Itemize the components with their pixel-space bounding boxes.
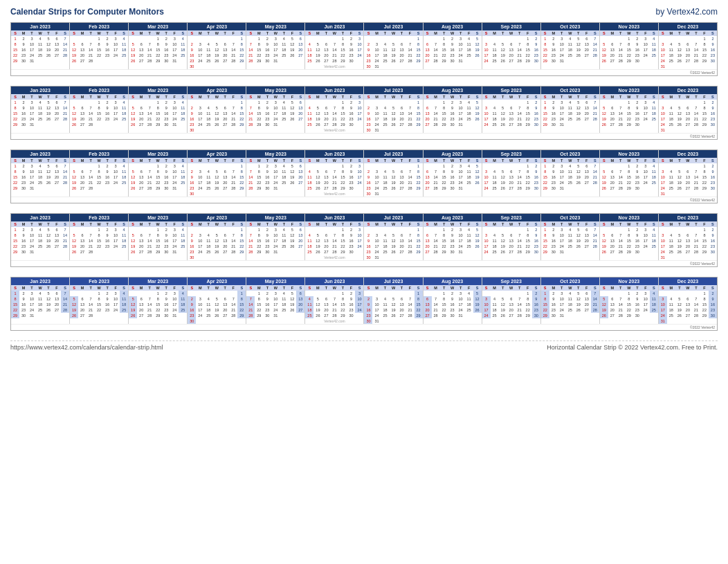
day-empty [667,36,675,42]
month-header: Aug 2023 [424,87,482,94]
day-cell: 10 [355,296,363,302]
day-cell: 23 [347,180,355,185]
day-cell: 22 [524,53,532,58]
day-cell: 25 [667,58,675,64]
day-cell: 17 [271,238,280,244]
dow-cell: T [457,158,465,163]
day-empty [608,227,617,233]
month-header: May 2023 [246,150,304,158]
month-header: Apr 2023 [188,278,246,285]
day-cell: 27 [221,122,229,127]
day-cell: 6 [684,233,692,238]
day-empty [313,227,322,233]
day-cell: 25 [204,122,212,127]
day-cell: 17 [372,116,381,122]
dow-cell: T [322,285,330,291]
page-footer: https://www.vertex42.com/calendars/calen… [10,344,718,351]
dow-cell: F [465,94,473,100]
day-cell: 12 [675,47,684,53]
day-cell: 15 [700,174,709,180]
day-cell: 14 [406,238,415,244]
day-empty [516,227,524,233]
day-empty [499,227,507,233]
day-cell: 27 [583,53,591,58]
dow-cell: T [692,285,700,291]
day-cell: 11 [204,174,212,180]
day-cell: 22 [541,180,549,185]
day-cell: 4 [465,100,473,105]
day-cell: 2 [709,163,717,169]
day-empty [491,227,499,233]
day-cell: 9 [448,105,457,111]
day-cell: 2 [532,36,540,42]
dow-cell: T [617,158,625,163]
day-cell: 14 [87,47,95,53]
day-cell: 20 [398,53,406,58]
dow-cell: T [44,221,53,227]
day-empty [145,163,154,169]
day-cell: 31 [372,318,381,324]
dow-cell: S [237,221,246,227]
dow-cell: F [583,285,591,291]
day-cell: 8 [255,42,263,47]
day-cell: 24 [111,116,120,122]
day-cell: 19 [70,53,78,58]
day-cell: 13 [221,302,229,307]
day-empty [372,100,381,105]
day-cell: 25 [179,180,187,185]
day-cell: 18 [204,53,212,58]
dow-cell: S [541,158,549,163]
day-cell: 14 [432,302,440,307]
day-cell: 27 [78,313,87,318]
day-cell: 26 [212,313,221,318]
day-cell: 11 [381,111,389,116]
day-empty [129,291,137,296]
day-cell: 1 [237,227,246,233]
day-cell: 16 [263,238,271,244]
day-cell: 18 [667,116,675,122]
day-cell: 29 [11,313,19,318]
month-block: Sep 2023SMTWTFS1234567891011121314151617… [482,214,541,260]
day-cell: 4 [566,163,574,169]
day-cell: 2 [19,163,28,169]
day-cell: 25 [650,244,658,249]
dow-cell: T [633,30,641,36]
day-cell: 2 [633,227,641,233]
day-cell: 30 [549,122,558,127]
day-cell: 22 [625,116,633,122]
day-cell: 29 [440,122,448,127]
dow-cell: T [103,285,111,291]
day-cell: 12 [675,302,684,307]
month-block: Feb 2023SMTWTFS1234567891011121314151617… [70,87,129,133]
day-cell: 21 [516,244,524,249]
day-cell: 20 [78,307,87,313]
dow-cell: T [499,158,507,163]
day-cell: 18 [36,174,44,180]
day-cell: 9 [633,233,641,238]
day-cell: 25 [465,116,473,122]
day-empty [406,227,415,233]
dow-cell: W [390,285,398,291]
day-cell: 30 [364,64,372,69]
dow-cell: T [204,158,212,163]
day-cell: 24 [372,122,381,127]
day-cell: 21 [246,307,255,313]
day-cell: 13 [583,42,591,47]
day-cell: 12 [675,111,684,116]
day-cell: 15 [154,302,162,307]
day-cell: 22 [95,307,103,313]
day-cell: 28 [87,249,95,255]
day-cell: 2 [448,100,457,105]
day-cell: 2 [19,36,28,42]
dow-cell: F [347,285,355,291]
day-cell: 11 [566,42,574,47]
dow-cell: W [390,30,398,36]
day-empty [684,100,692,105]
dow-cell: W [36,30,44,36]
footer-url[interactable]: https://www.vertex42.com/calendars/calen… [10,344,163,351]
day-cell: 14 [591,233,599,238]
day-cell: 16 [263,302,271,307]
day-cell: 28 [246,185,255,191]
day-cell: 9 [709,105,717,111]
day-cell: 27 [424,313,432,318]
